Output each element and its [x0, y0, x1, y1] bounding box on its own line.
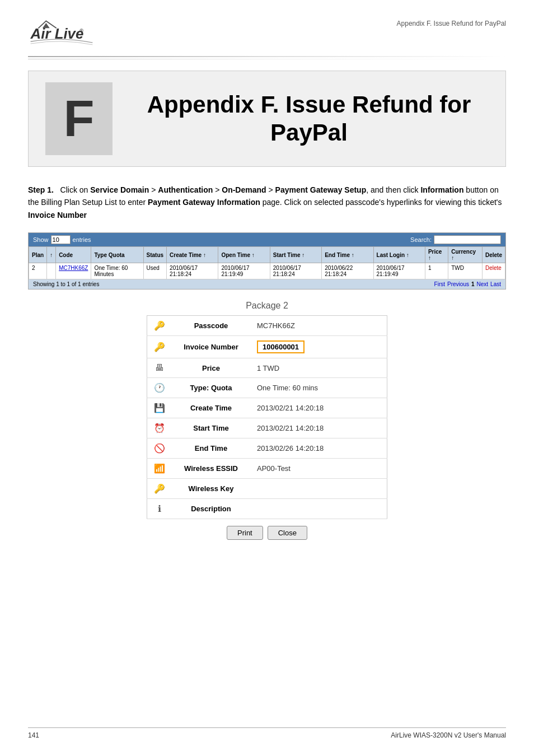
col-create-time: Create Time ↑ [167, 247, 218, 263]
invoice-label: Invoice Number [172, 336, 250, 358]
col-last-login: Last Login ↑ [373, 247, 425, 263]
invoice-icon: 🔑 [147, 336, 172, 358]
cell-price: 1 [425, 263, 448, 279]
cell-create-time: 2010/06/17 21:18:24 [167, 263, 218, 279]
invoice-number-badge[interactable]: 100600001 [257, 340, 305, 353]
show-label: Show [33, 236, 49, 243]
cell-open-time: 2010/06/17 21:19:49 [218, 263, 270, 279]
pkg-row-essid: 📶 Wireless ESSID AP00-Test [147, 459, 387, 479]
page-number: 141 [28, 731, 39, 739]
search-label: Search: [410, 236, 432, 243]
cell-plan-num: 2 [29, 263, 47, 279]
col-price: Price ↑ [425, 247, 448, 263]
create-time-label: Create Time [172, 398, 250, 418]
price-icon: 🖶 [147, 358, 172, 378]
quota-value: One Time: 60 mins [250, 378, 387, 398]
pagination: First Previous 1 Next Last [434, 281, 501, 287]
close-button[interactable]: Close [268, 526, 307, 540]
pagination-current[interactable]: 1 [471, 281, 475, 287]
information-text: Information [420, 185, 463, 194]
pagination-next[interactable]: Next [477, 281, 489, 287]
desc-icon: ℹ [147, 499, 172, 519]
desc-label: Description [172, 499, 250, 519]
pkg-row-wkey: 🔑 Wireless Key [147, 479, 387, 499]
col-code: Code [56, 247, 91, 263]
data-table-container: Show entries Search: Plan ↑ Code Type Qu… [28, 232, 506, 290]
decorative-lines [28, 56, 506, 59]
billing-table: Plan ↑ Code Type Quota Status Create Tim… [29, 246, 505, 279]
cell-last-login: 2010/06/17 21:19:49 [373, 263, 425, 279]
end-time-label: End Time [172, 438, 250, 459]
pagination-last[interactable]: Last [490, 281, 501, 287]
table-row: 2 MC7HK66Z One Time: 60 Minutes Used 201… [29, 263, 505, 279]
entries-label: entries [73, 236, 91, 243]
col-delete: Delete [482, 247, 505, 263]
col-type-quota: Type Quota [91, 247, 143, 263]
chapter-section: F Appendix F. Issue Refund for PayPal [28, 71, 506, 167]
passcode-icon: 🔑 [147, 316, 172, 336]
cell-type-quota: One Time: 60 Minutes [91, 263, 143, 279]
pagination-first[interactable]: First [434, 281, 445, 287]
cell-currency: TWD [448, 263, 483, 279]
search-input[interactable] [434, 235, 501, 244]
cell-start-time: 2010/06/17 21:18:24 [270, 263, 321, 279]
invoice-number-text: Invoice Number [28, 211, 87, 220]
svg-text:®: ® [79, 28, 83, 34]
manual-title: AirLive WIAS-3200N v2 User's Manual [391, 731, 506, 739]
chapter-letter: F [64, 94, 95, 144]
chapter-letter-box: F [45, 82, 113, 155]
price-value: 1 TWD [250, 358, 387, 378]
wkey-label: Wireless Key [172, 479, 250, 499]
header-title: Appendix F. Issue Refund for PayPal [397, 20, 506, 27]
pkg-row-end: 🚫 End Time 2013/02/26 14:20:18 [147, 438, 387, 459]
col-currency: Currency ↑ [448, 247, 483, 263]
page-footer: 141 AirLive WIAS-3200N v2 User's Manual [28, 727, 506, 739]
col-sort[interactable]: ↑ [47, 247, 56, 263]
wkey-icon: 🔑 [147, 479, 172, 499]
pkg-row-quota: 🕐 Type: Quota One Time: 60 mins [147, 378, 387, 398]
cell-delete[interactable]: Delete [482, 263, 505, 279]
wkey-value [250, 479, 387, 499]
passcode-label: Passcode [172, 316, 250, 336]
payment-gateway-text: Payment Gateway Setup [275, 185, 367, 194]
col-plan: Plan [29, 247, 47, 263]
delete-link[interactable]: Delete [485, 265, 502, 271]
essid-icon: 📶 [147, 459, 172, 479]
print-button[interactable]: Print [227, 526, 263, 540]
essid-value: AP00-Test [250, 459, 387, 479]
pkg-row-passcode: 🔑 Passcode MC7HK66Z [147, 316, 387, 336]
toolbar-left: Show entries [33, 235, 91, 244]
desc-value [250, 499, 387, 519]
chapter-title: Appendix F. Issue Refund for PayPal [129, 91, 489, 147]
col-open-time: Open Time ↑ [218, 247, 270, 263]
essid-label: Wireless ESSID [172, 459, 250, 479]
airlive-logo: Air Live ® [28, 17, 95, 50]
passcode-value: MC7HK66Z [250, 316, 387, 336]
end-time-value: 2013/02/26 14:20:18 [250, 438, 387, 459]
cell-code[interactable]: MC7HK66Z [56, 263, 91, 279]
start-time-value: 2013/02/21 14:20:18 [250, 418, 387, 438]
create-time-icon: 💾 [147, 398, 172, 418]
cell-sort [47, 263, 56, 279]
action-buttons: Print Close [147, 526, 387, 540]
step-number: Step 1. [28, 185, 54, 194]
service-domain-text: Service Domain [90, 185, 149, 194]
authentication-text: Authentication [158, 185, 213, 194]
show-entries-input[interactable] [51, 235, 71, 244]
table-showing-text: Showing 1 to 1 of 1 entries [33, 281, 99, 287]
pgi-text: Payment Gateway Information [148, 198, 260, 207]
pagination-previous[interactable]: Previous [447, 281, 469, 287]
cell-end-time: 2010/06/22 21:18:24 [322, 263, 373, 279]
logo-area: Air Live ® [28, 17, 95, 50]
quota-icon: 🕐 [147, 378, 172, 398]
pkg-row-start: ⏰ Start Time 2013/02/21 14:20:18 [147, 418, 387, 438]
pkg-row-desc: ℹ Description [147, 499, 387, 519]
col-start-time: Start Time ↑ [270, 247, 321, 263]
step-1-section: Step 1. Click on Service Domain > Authen… [28, 184, 506, 221]
price-label: Price [172, 358, 250, 378]
start-time-label: Start Time [172, 418, 250, 438]
col-end-time: End Time ↑ [322, 247, 373, 263]
pkg-row-create: 💾 Create Time 2013/02/21 14:20:18 [147, 398, 387, 418]
code-link[interactable]: MC7HK66Z [59, 265, 88, 271]
toolbar-right: Search: [410, 235, 501, 244]
